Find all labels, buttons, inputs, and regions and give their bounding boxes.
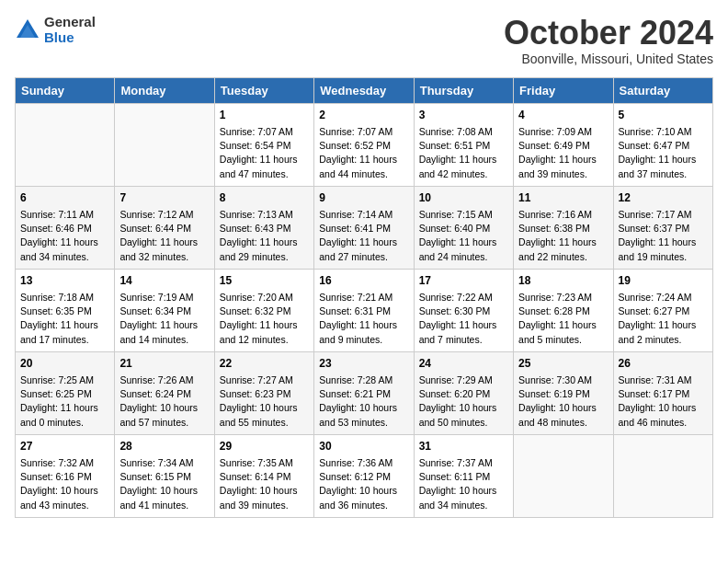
calendar-cell: 17Sunrise: 7:22 AMSunset: 6:30 PMDayligh… [414,269,513,351]
calendar-cell: 18Sunrise: 7:23 AMSunset: 6:28 PMDayligh… [514,269,613,351]
day-number: 7 [119,190,209,206]
sunrise-text: Sunrise: 7:17 AM [619,209,692,220]
daylight-text: Daylight: 11 hours and 2 minutes. [619,319,697,344]
day-number: 25 [518,356,608,372]
sunset-text: Sunset: 6:46 PM [20,223,92,234]
day-number: 19 [619,273,708,289]
day-number: 17 [419,273,508,289]
calendar-week-5: 27Sunrise: 7:32 AMSunset: 6:16 PMDayligh… [16,434,713,517]
daylight-text: Daylight: 10 hours and 43 minutes. [20,485,98,510]
sunrise-text: Sunrise: 7:22 AM [419,292,493,303]
sunrise-text: Sunrise: 7:37 AM [419,457,493,468]
sunset-text: Sunset: 6:40 PM [419,223,491,234]
sunset-text: Sunset: 6:23 PM [220,388,291,399]
day-number: 10 [419,190,508,206]
daylight-text: Daylight: 11 hours and 29 minutes. [220,236,298,261]
calendar-cell: 25Sunrise: 7:30 AMSunset: 6:19 PMDayligh… [514,351,613,434]
sunset-text: Sunset: 6:19 PM [518,388,590,399]
day-number: 16 [319,273,408,289]
daylight-text: Daylight: 11 hours and 12 minutes. [220,319,298,344]
sunset-text: Sunset: 6:16 PM [20,471,92,482]
sunset-text: Sunset: 6:31 PM [319,305,391,316]
sunrise-text: Sunrise: 7:26 AM [119,374,193,385]
sunset-text: Sunset: 6:47 PM [619,140,690,151]
sunset-text: Sunset: 6:24 PM [119,388,191,399]
calendar-cell: 2Sunrise: 7:07 AMSunset: 6:52 PMDaylight… [314,103,414,186]
calendar-cell: 12Sunrise: 7:17 AMSunset: 6:37 PMDayligh… [613,186,712,269]
weekday-header-sunday: Sunday [16,77,115,103]
sunrise-text: Sunrise: 7:18 AM [20,292,94,303]
day-number: 22 [220,356,309,372]
calendar-week-4: 20Sunrise: 7:25 AMSunset: 6:25 PMDayligh… [16,351,713,434]
daylight-text: Daylight: 11 hours and 9 minutes. [319,319,397,344]
sunset-text: Sunset: 6:44 PM [119,223,191,234]
weekday-header-monday: Monday [115,77,214,103]
sunset-text: Sunset: 6:15 PM [119,471,191,482]
sunset-text: Sunset: 6:14 PM [220,471,291,482]
sunset-text: Sunset: 6:25 PM [20,388,92,399]
day-number: 8 [220,190,309,206]
sunrise-text: Sunrise: 7:21 AM [319,292,392,303]
day-number: 21 [119,356,209,372]
sunset-text: Sunset: 6:32 PM [220,305,291,316]
sunset-text: Sunset: 6:28 PM [518,305,590,316]
sunset-text: Sunset: 6:27 PM [619,305,690,316]
daylight-text: Daylight: 11 hours and 24 minutes. [419,236,497,261]
calendar-cell: 31Sunrise: 7:37 AMSunset: 6:11 PMDayligh… [414,434,513,517]
calendar-cell: 9Sunrise: 7:14 AMSunset: 6:41 PMDaylight… [314,186,414,269]
page-header: General Blue October 2024 Boonville, Mis… [15,15,713,66]
calendar-cell: 23Sunrise: 7:28 AMSunset: 6:21 PMDayligh… [314,351,414,434]
sunset-text: Sunset: 6:12 PM [319,471,391,482]
day-number: 18 [518,273,608,289]
weekday-header-tuesday: Tuesday [214,77,313,103]
daylight-text: Daylight: 10 hours and 53 minutes. [319,402,397,427]
sunset-text: Sunset: 6:21 PM [319,388,391,399]
calendar-body: 1Sunrise: 7:07 AMSunset: 6:54 PMDaylight… [16,103,713,517]
weekday-header-saturday: Saturday [613,77,712,103]
calendar-cell: 19Sunrise: 7:24 AMSunset: 6:27 PMDayligh… [613,269,712,351]
daylight-text: Daylight: 10 hours and 41 minutes. [119,485,198,510]
logo: General Blue [15,15,96,45]
sunset-text: Sunset: 6:11 PM [419,471,491,482]
calendar-cell: 30Sunrise: 7:36 AMSunset: 6:12 PMDayligh… [314,434,414,517]
daylight-text: Daylight: 11 hours and 5 minutes. [518,319,597,344]
calendar-week-1: 1Sunrise: 7:07 AMSunset: 6:54 PMDaylight… [16,103,713,186]
daylight-text: Daylight: 10 hours and 57 minutes. [119,402,198,427]
calendar-cell: 14Sunrise: 7:19 AMSunset: 6:34 PMDayligh… [115,269,214,351]
sunrise-text: Sunrise: 7:20 AM [220,292,293,303]
month-title: October 2024 [504,15,713,52]
daylight-text: Daylight: 10 hours and 46 minutes. [619,402,697,427]
calendar-cell: 10Sunrise: 7:15 AMSunset: 6:40 PMDayligh… [414,186,513,269]
sunset-text: Sunset: 6:38 PM [518,223,590,234]
logo-general-text: General [44,15,96,30]
daylight-text: Daylight: 11 hours and 22 minutes. [518,236,597,261]
sunrise-text: Sunrise: 7:16 AM [518,209,592,220]
day-number: 11 [518,190,608,206]
sunset-text: Sunset: 6:51 PM [419,140,491,151]
daylight-text: Daylight: 10 hours and 50 minutes. [419,402,497,427]
day-number: 12 [619,190,708,206]
sunrise-text: Sunrise: 7:27 AM [220,374,293,385]
sunrise-text: Sunrise: 7:09 AM [518,126,592,137]
calendar-cell [16,103,115,186]
location: Boonville, Missouri, United States [504,52,713,66]
day-number: 5 [619,108,708,123]
calendar-cell [115,103,214,186]
logo-icon [15,17,40,43]
title-area: October 2024 Boonville, Missouri, United… [504,15,713,66]
sunrise-text: Sunrise: 7:30 AM [518,374,592,385]
calendar-cell: 26Sunrise: 7:31 AMSunset: 6:17 PMDayligh… [613,351,712,434]
daylight-text: Daylight: 11 hours and 19 minutes. [619,236,697,261]
sunset-text: Sunset: 6:54 PM [220,140,291,151]
weekday-header-friday: Friday [514,77,613,103]
daylight-text: Daylight: 11 hours and 34 minutes. [20,236,98,261]
daylight-text: Daylight: 11 hours and 42 minutes. [419,154,497,178]
day-number: 6 [20,190,109,206]
daylight-text: Daylight: 10 hours and 48 minutes. [518,402,597,427]
calendar-cell: 29Sunrise: 7:35 AMSunset: 6:14 PMDayligh… [214,434,313,517]
calendar-cell: 24Sunrise: 7:29 AMSunset: 6:20 PMDayligh… [414,351,513,434]
daylight-text: Daylight: 11 hours and 17 minutes. [20,319,98,344]
daylight-text: Daylight: 10 hours and 34 minutes. [419,485,497,510]
sunrise-text: Sunrise: 7:14 AM [319,209,392,220]
calendar-cell: 3Sunrise: 7:08 AMSunset: 6:51 PMDaylight… [414,103,513,186]
